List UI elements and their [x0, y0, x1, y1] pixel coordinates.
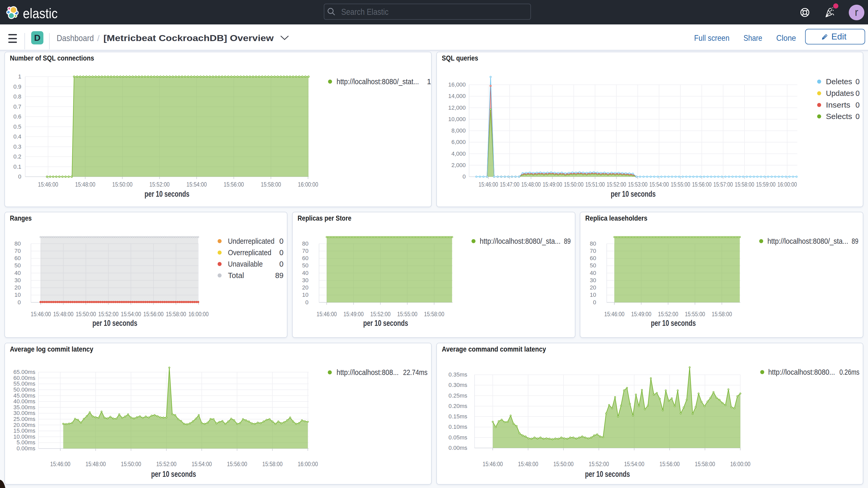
svg-text:25.00ms: 25.00ms: [13, 416, 35, 422]
svg-text:30: 30: [14, 277, 21, 283]
svg-text:15:52:00: 15:52:00: [149, 181, 170, 188]
svg-text:40: 40: [590, 270, 596, 276]
svg-text:http://localhost:8080/_stat...: http://localhost:8080/_stat...: [337, 78, 419, 86]
svg-text:Edit: Edit: [831, 31, 847, 41]
svg-text:15:46:00: 15:46:00: [31, 311, 51, 317]
svg-text:SQL queries: SQL queries: [442, 54, 478, 62]
svg-text:Search Elastic: Search Elastic: [341, 7, 389, 17]
svg-text:Deletes: Deletes: [826, 78, 852, 86]
svg-text:35.00ms: 35.00ms: [13, 404, 35, 410]
svg-text:0.6: 0.6: [13, 113, 21, 120]
svg-text:0.35ms: 0.35ms: [448, 371, 467, 378]
svg-text:15:46:00: 15:46:00: [479, 181, 498, 188]
svg-text:70: 70: [590, 248, 596, 254]
svg-text:15:50:00: 15:50:00: [121, 461, 141, 467]
svg-text:15:48:00: 15:48:00: [53, 311, 73, 317]
svg-text:15:49:00: 15:49:00: [542, 181, 562, 188]
svg-text:40: 40: [302, 270, 308, 276]
svg-text:0.30ms: 0.30ms: [448, 382, 467, 388]
svg-text:80: 80: [14, 240, 21, 247]
svg-text:60: 60: [302, 255, 308, 262]
svg-text:80: 80: [302, 240, 308, 247]
svg-text:Inserts: Inserts: [826, 101, 850, 109]
svg-text:http://localhost:8080/_sta...: http://localhost:8080/_sta...: [768, 237, 848, 245]
svg-text:0: 0: [856, 89, 860, 97]
svg-text:0.9: 0.9: [13, 84, 21, 90]
svg-text:10.00ms: 10.00ms: [13, 433, 35, 440]
svg-text:15:57:00: 15:57:00: [713, 181, 733, 188]
svg-text:15:46:00: 15:46:00: [483, 461, 503, 467]
svg-text:14,000: 14,000: [448, 93, 466, 99]
svg-text:15:52:00: 15:52:00: [607, 181, 626, 188]
svg-text:15:52:00: 15:52:00: [658, 311, 678, 317]
svg-text:per 10 seconds: per 10 seconds: [363, 318, 408, 328]
svg-text:15:46:00: 15:46:00: [38, 181, 58, 188]
svg-text:per 10 seconds: per 10 seconds: [651, 318, 696, 328]
svg-text:0: 0: [463, 173, 466, 180]
svg-text:0.3: 0.3: [13, 144, 21, 150]
svg-text:15:50:00: 15:50:00: [564, 181, 583, 188]
svg-text:15:48:00: 15:48:00: [75, 181, 95, 188]
svg-text:0.15ms: 0.15ms: [448, 413, 467, 420]
svg-text:1: 1: [427, 78, 431, 86]
svg-text:0: 0: [279, 248, 283, 257]
svg-text:per 10 seconds: per 10 seconds: [585, 469, 630, 479]
svg-text:0.1: 0.1: [13, 163, 21, 170]
svg-text:15.00ms: 15.00ms: [13, 427, 35, 434]
svg-text:Updates: Updates: [826, 89, 854, 97]
svg-text:22.74ms: 22.74ms: [403, 368, 428, 376]
svg-text:15:52:00: 15:52:00: [156, 461, 177, 467]
svg-text:0: 0: [18, 299, 21, 306]
svg-text:per 10 seconds: per 10 seconds: [145, 189, 189, 199]
svg-text:5.00ms: 5.00ms: [17, 439, 35, 446]
svg-text:16:00:00: 16:00:00: [730, 461, 750, 467]
svg-text:15:56:00: 15:56:00: [659, 461, 680, 467]
svg-text:60.00ms: 60.00ms: [13, 375, 35, 381]
svg-text:60: 60: [14, 255, 21, 262]
svg-text:0.26ms: 0.26ms: [839, 368, 860, 376]
svg-text:15:56:00: 15:56:00: [144, 311, 164, 317]
svg-text:15:55:00: 15:55:00: [397, 311, 417, 317]
svg-text:30: 30: [590, 277, 596, 283]
svg-text:Full screen: Full screen: [694, 33, 730, 42]
svg-text:0.5: 0.5: [13, 123, 21, 130]
svg-text:0.8: 0.8: [13, 93, 21, 100]
svg-text:10: 10: [590, 292, 596, 298]
svg-text:15:49:00: 15:49:00: [343, 311, 364, 317]
svg-text:80: 80: [590, 240, 596, 247]
svg-text:Unavailable: Unavailable: [228, 260, 263, 268]
svg-text:0.05ms: 0.05ms: [448, 434, 467, 441]
svg-text:/: /: [97, 33, 99, 43]
svg-text:15:50:00: 15:50:00: [553, 461, 574, 467]
svg-text:16:00:00: 16:00:00: [298, 181, 318, 188]
svg-text:0.2: 0.2: [13, 153, 21, 160]
svg-text:Total: Total: [228, 271, 244, 280]
svg-text:10: 10: [14, 292, 21, 298]
svg-text:15:58:00: 15:58:00: [261, 181, 281, 188]
svg-text:15:55:00: 15:55:00: [671, 181, 690, 188]
svg-text:Selects: Selects: [826, 112, 852, 121]
svg-text:15:49:00: 15:49:00: [631, 311, 651, 317]
svg-text:12,000: 12,000: [448, 104, 466, 111]
svg-text:15:50:00: 15:50:00: [75, 311, 96, 317]
svg-text:0.20ms: 0.20ms: [448, 403, 467, 409]
svg-text:Dashboard: Dashboard: [57, 33, 94, 43]
svg-text:0.4: 0.4: [13, 133, 21, 140]
svg-text:15:48:00: 15:48:00: [86, 461, 106, 467]
svg-text:0.7: 0.7: [13, 103, 21, 110]
svg-text:10: 10: [302, 292, 308, 298]
svg-text:70: 70: [302, 248, 308, 254]
svg-text:per 10 seconds: per 10 seconds: [151, 469, 196, 479]
svg-text:per 10 seconds: per 10 seconds: [611, 189, 656, 199]
svg-text:70: 70: [14, 248, 21, 254]
svg-text:0: 0: [856, 78, 860, 86]
svg-text:15:59:00: 15:59:00: [756, 181, 775, 188]
svg-text:15:54:00: 15:54:00: [624, 461, 644, 467]
svg-text:Underreplicated: Underreplicated: [228, 237, 274, 245]
svg-text:0: 0: [279, 237, 283, 245]
svg-text:Share: Share: [744, 33, 762, 42]
svg-text:15:58:00: 15:58:00: [712, 311, 732, 317]
svg-text:50: 50: [590, 262, 596, 269]
svg-text:0: 0: [856, 112, 860, 121]
svg-text:20: 20: [14, 284, 21, 291]
